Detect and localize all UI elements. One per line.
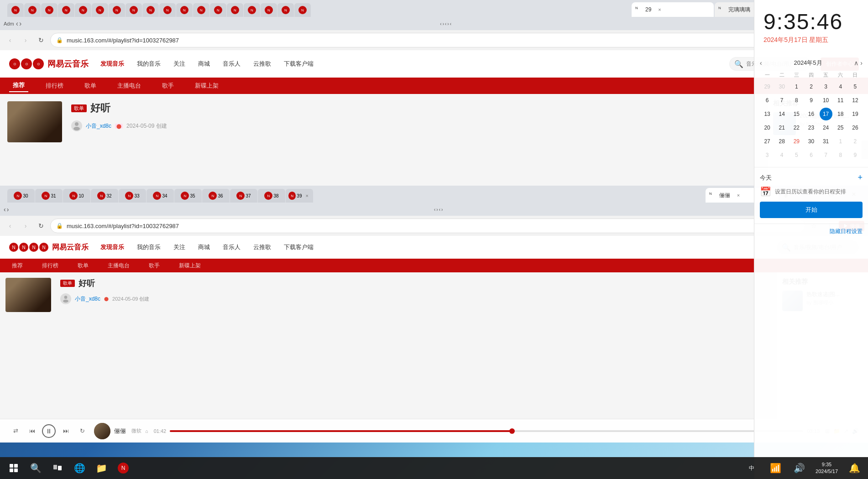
mini-tab[interactable]: N <box>227 3 243 17</box>
cal-day-3-next[interactable]: 3 <box>761 149 774 161</box>
taskbar-explorer[interactable]: 📁 <box>91 458 111 478</box>
mini-tab[interactable]: N <box>7 3 24 17</box>
cal-day-30[interactable]: 30 <box>805 135 817 148</box>
subnav-newcd[interactable]: 新碟上架 <box>191 80 222 92</box>
taskbar-taskview[interactable] <box>47 458 68 478</box>
bm4[interactable]: › <box>447 21 449 26</box>
cal-day-1[interactable]: 1 <box>790 80 803 93</box>
cal-day-8[interactable]: 8 <box>790 94 803 107</box>
cal-day-23[interactable]: 23 <box>805 121 817 134</box>
taskbar-notification[interactable]: 🔔 <box>844 458 864 478</box>
cal-day-26[interactable]: 26 <box>849 121 862 134</box>
taskbar-start[interactable] <box>4 458 24 478</box>
cal-nav-up[interactable]: ∧ <box>854 59 858 67</box>
cal-day-28[interactable]: 28 <box>775 135 788 148</box>
active-tab-top[interactable]: N 29 × <box>632 2 714 17</box>
back-bookmark[interactable]: ‹ <box>4 206 6 213</box>
nav-cloud-bot[interactable]: 云推歌 <box>251 241 274 253</box>
subnav-charts[interactable]: 排行榜 <box>42 80 67 92</box>
taskbar-volume[interactable]: 🔊 <box>789 458 809 478</box>
cal-day-30-prev[interactable]: 30 <box>775 80 788 93</box>
play-btn-bot[interactable]: ⏸ <box>42 424 56 438</box>
mini-tab[interactable]: N <box>109 3 125 17</box>
cal-nav-prev[interactable]: ‹ <box>760 59 762 67</box>
subnav-artist[interactable]: 歌手 <box>158 80 178 92</box>
tab-35[interactable]: N35 <box>174 189 202 203</box>
mini-tab[interactable]: N <box>41 3 58 17</box>
mini-tab[interactable]: N <box>58 3 74 17</box>
cal-day-20[interactable]: 20 <box>761 121 774 134</box>
taskbar-clock[interactable]: 9:35 2024/5/17 <box>813 461 841 475</box>
cal-day-21[interactable]: 21 <box>775 121 788 134</box>
nav-follow[interactable]: 关注 <box>171 58 188 70</box>
cal-day-24[interactable]: 24 <box>820 121 832 134</box>
cal-day-15[interactable]: 15 <box>790 108 803 120</box>
tab-34[interactable]: N34 <box>146 189 174 203</box>
cal-day-12[interactable]: 12 <box>849 94 862 107</box>
subnav-playlist-bot[interactable]: 歌单 <box>75 261 91 271</box>
bm1[interactable]: ‹ <box>440 21 441 26</box>
taskbar-search[interactable]: 🔍 <box>26 458 46 478</box>
cal-day-4-next[interactable]: 4 <box>775 149 788 161</box>
fwd-bookmark[interactable]: › <box>7 206 9 213</box>
cal-day-25[interactable]: 25 <box>834 121 847 134</box>
cal-day-8-next[interactable]: 8 <box>834 149 847 161</box>
cal-day-17-today[interactable]: 17 <box>820 108 832 120</box>
mini-tab[interactable]: N <box>24 3 41 17</box>
cal-day-18[interactable]: 18 <box>834 108 847 120</box>
open-calendar-btn[interactable]: 开始 <box>760 202 863 218</box>
cal-day-19[interactable]: 19 <box>849 108 862 120</box>
mini-tab[interactable]: N <box>244 3 260 17</box>
nav-mymusic[interactable]: 我的音乐 <box>134 58 163 70</box>
prev-btn-bot[interactable]: ⏮ <box>26 425 38 437</box>
forward-btn-bottom[interactable]: › <box>19 219 32 232</box>
cal-day-9[interactable]: 9 <box>805 94 817 107</box>
cal-day-7-next[interactable]: 7 <box>820 149 832 161</box>
mini-tab[interactable]: N <box>294 3 311 17</box>
subnav-rec-bot[interactable]: 推荐 <box>9 261 26 271</box>
cal-day-5[interactable]: 5 <box>849 80 862 93</box>
subnav-artist-bot[interactable]: 歌手 <box>146 261 162 271</box>
mini-tab[interactable]: N <box>75 3 91 17</box>
subnav-newcd-bot[interactable]: 新碟上架 <box>176 261 204 271</box>
taskbar-edge[interactable]: 🌐 <box>69 458 89 478</box>
forward-btn-top[interactable]: › <box>19 34 32 47</box>
mini-tab[interactable]: N <box>193 3 209 17</box>
player-link-icon-bot[interactable]: ⌂ <box>145 428 148 434</box>
cal-day-2-next[interactable]: 2 <box>849 135 862 148</box>
cal-day-14[interactable]: 14 <box>775 108 788 120</box>
mini-tab[interactable]: N <box>159 3 176 17</box>
tab-close-bottom[interactable]: × <box>735 192 742 199</box>
reload-btn-bottom[interactable]: ↻ <box>35 219 47 232</box>
mini-tab[interactable]: N <box>261 3 277 17</box>
mini-tab[interactable]: N <box>92 3 108 17</box>
cal-day-11[interactable]: 11 <box>834 94 847 107</box>
taskbar-netease[interactable]: N <box>113 458 133 478</box>
cal-day-27[interactable]: 27 <box>761 135 774 148</box>
tab-39[interactable]: N39× <box>286 189 313 203</box>
mini-tab[interactable]: N <box>277 3 294 17</box>
back-btn-top[interactable]: ‹ <box>4 34 16 47</box>
bm-b4[interactable]: › <box>441 207 443 212</box>
nav-shop-bot[interactable]: 商城 <box>195 241 213 253</box>
nav-discover[interactable]: 发现音乐 <box>98 58 127 70</box>
cal-day-6[interactable]: 6 <box>761 94 774 107</box>
tab-10[interactable]: N10 <box>63 189 90 203</box>
cal-day-22[interactable]: 22 <box>790 121 803 134</box>
tab-36[interactable]: N36 <box>202 189 230 203</box>
bm5[interactable]: ‹ <box>450 21 451 26</box>
tab-30[interactable]: N30 <box>7 189 35 203</box>
cal-day-9-next[interactable]: 9 <box>849 149 862 161</box>
subnav-recommend[interactable]: 推荐 <box>9 79 28 92</box>
nav-download-bot[interactable]: 下载客户端 <box>281 241 316 253</box>
cal-day-5-next[interactable]: 5 <box>790 149 803 161</box>
cal-day-2[interactable]: 2 <box>805 80 817 93</box>
mini-tab[interactable]: N <box>210 3 226 17</box>
tab-37[interactable]: N37 <box>230 189 257 203</box>
cal-day-10[interactable]: 10 <box>820 94 832 107</box>
reload-btn-top[interactable]: ↻ <box>35 34 47 47</box>
bm-b3[interactable]: ‹ <box>439 207 440 212</box>
cal-day-16[interactable]: 16 <box>805 108 817 120</box>
subnav-radio[interactable]: 主播电台 <box>114 80 145 92</box>
progress-bar-bot[interactable] <box>170 430 803 432</box>
